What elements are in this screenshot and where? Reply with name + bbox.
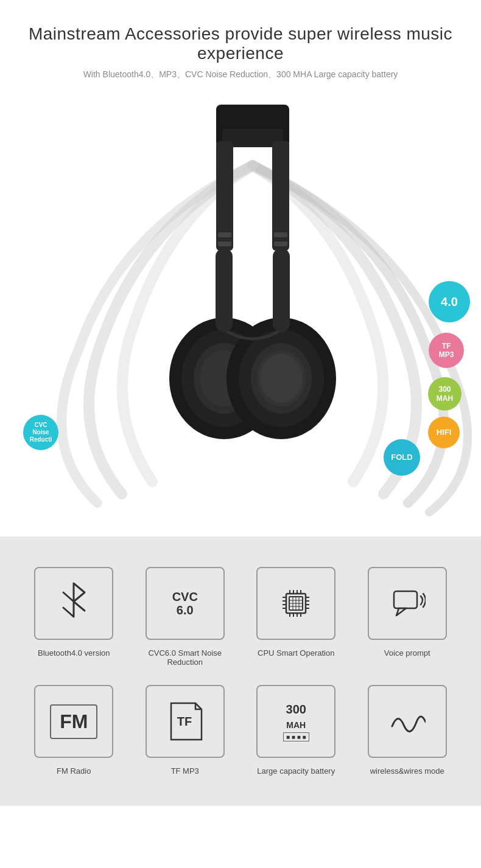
svg-point-12	[260, 354, 303, 403]
features-grid: Bluetooth4.0 version CVC6.0 CVC6.0 Smart…	[24, 567, 457, 776]
cvc-icon: CVC6.0	[172, 590, 198, 617]
feature-tf: TF TF MP3	[136, 685, 235, 776]
wireless-icon	[389, 705, 426, 738]
feature-fm: FM FM Radio	[24, 685, 124, 776]
tf-icon: TF	[165, 700, 205, 743]
top-section: Mainstream Accessories provide super wir…	[0, 0, 481, 518]
feature-battery: 300MAH ■ ■ ■ ■ Large capacity battery	[247, 685, 346, 776]
feature-cpu: CPU Smart Operation	[247, 567, 346, 667]
feature-icon-cpu	[256, 567, 335, 640]
bubble-300mah: 300MAH	[428, 377, 462, 411]
feature-icon-voice	[368, 567, 447, 640]
feature-icon-wireless	[368, 685, 447, 758]
feature-label-cpu: CPU Smart Operation	[258, 648, 334, 658]
feature-label-tf: TF MP3	[171, 766, 199, 776]
feature-bluetooth: Bluetooth4.0 version	[24, 567, 124, 667]
svg-rect-41	[394, 591, 417, 608]
battery-icon: 300MAH ■ ■ ■ ■	[283, 702, 309, 741]
feature-label-fm: FM Radio	[57, 766, 91, 776]
feature-icon-fm: FM	[34, 685, 113, 758]
feature-label-cvc: CVC6.0 Smart Noise Reduction	[136, 648, 235, 667]
feature-label-wireless: wireless&wires mode	[370, 766, 444, 776]
svg-rect-14	[218, 241, 231, 246]
svg-rect-15	[274, 232, 287, 237]
bottom-section: Bluetooth4.0 version CVC6.0 CVC6.0 Smart…	[0, 536, 481, 806]
bluetooth-icon	[57, 580, 91, 627]
bubble-fold: FOLD	[384, 439, 420, 476]
feature-wireless: wireless&wires mode	[358, 685, 457, 776]
feature-icon-battery: 300MAH ■ ■ ■ ■	[256, 685, 335, 758]
feature-label-bluetooth: Bluetooth4.0 version	[38, 648, 110, 658]
feature-voice: Voice prompt	[358, 567, 457, 667]
feature-icon-cvc: CVC6.0	[146, 567, 225, 640]
sub-title: With Bluetooth4.0、MP3、CVC Noise Reductio…	[12, 69, 469, 80]
feature-label-voice: Voice prompt	[384, 648, 430, 658]
feature-label-battery: Large capacity battery	[257, 766, 335, 776]
svg-rect-13	[218, 232, 231, 237]
headphone-area: 4.0 TFMP3 300MAH HIFI FOLD CVCNoiseReduc…	[12, 92, 481, 518]
bubble-hifi: HIFI	[428, 417, 460, 448]
svg-rect-16	[274, 241, 287, 246]
fm-icon: FM	[50, 704, 97, 739]
main-title: Mainstream Accessories provide super wir…	[12, 24, 469, 63]
headphone-image	[137, 99, 368, 494]
svg-text:TF: TF	[177, 715, 192, 728]
feature-icon-tf: TF	[146, 685, 225, 758]
bubble-bluetooth40: 4.0	[429, 281, 470, 322]
bubble-tfmp3: TFMP3	[429, 333, 464, 368]
feature-icon-bluetooth	[34, 567, 113, 640]
cpu-icon	[278, 585, 314, 622]
feature-cvc: CVC6.0 CVC6.0 Smart Noise Reduction	[136, 567, 235, 667]
voice-icon	[389, 585, 426, 622]
bubble-cvc: CVCNoiseReducti	[23, 415, 58, 450]
